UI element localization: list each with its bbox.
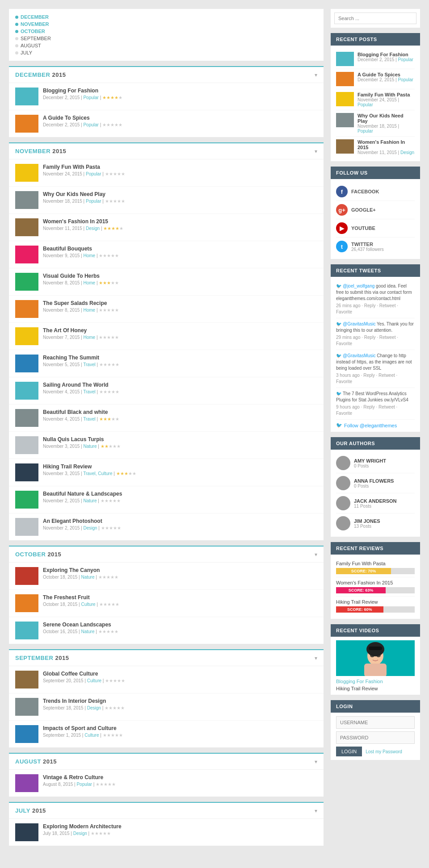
post-item: Blogging For FashionDecember 2, 2015 | P… bbox=[9, 83, 324, 110]
archive-nav-item[interactable]: JULY bbox=[15, 49, 51, 56]
username-field[interactable] bbox=[336, 716, 415, 729]
recent-post-title[interactable]: Why Our Kids Need Play bbox=[358, 113, 415, 124]
tweet-action-retweet[interactable]: Retweet bbox=[379, 335, 396, 340]
month-chevron-icon[interactable]: ▾ bbox=[315, 655, 317, 661]
follow-twitter[interactable]: tTWITTER26,437 followers bbox=[336, 238, 415, 255]
follow-us-title: FOLLOW US bbox=[331, 167, 420, 179]
archive-nav-item[interactable]: SEPTEMBER bbox=[15, 35, 51, 42]
month-header-september[interactable]: SEPTEMBER 2015▾ bbox=[9, 650, 324, 666]
archive-nav-item[interactable]: DECEMBER bbox=[15, 13, 51, 21]
follow-youtube[interactable]: ▶YOUTUBE bbox=[336, 219, 415, 238]
recent-post-title[interactable]: Blogging For Fashion bbox=[358, 52, 413, 57]
post-thumbnail bbox=[15, 164, 38, 182]
post-title[interactable]: Serene Ocean Landscapes bbox=[43, 622, 317, 628]
post-title[interactable]: The Super Salads Recipe bbox=[43, 300, 317, 306]
follow-facebook[interactable]: fFACEBOOK bbox=[336, 183, 415, 201]
recent-post-title[interactable]: Family Fun With Pasta bbox=[358, 92, 415, 97]
post-title[interactable]: An Elegant Photoshoot bbox=[43, 518, 317, 524]
month-header-december[interactable]: DECEMBER 2015▾ bbox=[9, 67, 324, 83]
lost-password-link[interactable]: Lost my Password bbox=[366, 749, 402, 754]
review-title[interactable]: Family Fun With Pasta bbox=[336, 561, 415, 566]
archive-nav-item[interactable]: NOVEMBER bbox=[15, 21, 51, 28]
post-info: Visual Guide To HerbsNovember 8, 2015 | … bbox=[43, 273, 317, 285]
tweet-handle[interactable]: @joel_wolfgang bbox=[343, 284, 374, 288]
follow-googleplus[interactable]: g+GOOGLE+ bbox=[336, 201, 415, 219]
month-chevron-icon[interactable]: ▾ bbox=[315, 808, 317, 814]
post-title[interactable]: Vintage & Retro Culture bbox=[43, 774, 317, 780]
month-chevron-icon[interactable]: ▾ bbox=[315, 551, 317, 558]
post-title[interactable]: Why Our Kids Need Play bbox=[43, 191, 317, 197]
month-title: SEPTEMBER 2015 bbox=[15, 655, 69, 661]
tweet-action-reply[interactable]: Reply bbox=[363, 373, 375, 378]
tweet-handle[interactable]: @GravitasMusic bbox=[343, 353, 376, 358]
post-title[interactable]: The Art Of Honey bbox=[43, 327, 317, 334]
post-info: Beautiful Nature & LandscapesNovember 2,… bbox=[43, 491, 317, 503]
month-header-november[interactable]: NOVEMBER 2015▾ bbox=[9, 143, 324, 159]
author-item[interactable]: AMY WRIGHT0 Posts bbox=[336, 453, 415, 473]
post-title[interactable]: Hiking Trail Review bbox=[43, 463, 317, 470]
review-title[interactable]: Hiking Trail Review bbox=[336, 599, 415, 605]
search-input[interactable] bbox=[334, 13, 416, 24]
post-title[interactable]: Reaching The Summit bbox=[43, 355, 317, 361]
tweet-action-reply[interactable]: Reply bbox=[363, 405, 375, 409]
post-info: Serene Ocean LandscapesOctober 16, 2015 … bbox=[43, 622, 317, 634]
tweet-handle[interactable]: @GravitasMusic bbox=[343, 321, 376, 326]
post-meta: November 11, 2015 | Design | ★★★★★ bbox=[43, 226, 317, 231]
post-meta: November 18, 2015 | Popular | ★★★★★ bbox=[43, 199, 317, 204]
post-title[interactable]: Beautiful Nature & Landscapes bbox=[43, 491, 317, 497]
post-thumbnail bbox=[15, 355, 38, 372]
post-item: Family Fun With PastaNovember 24, 2015 |… bbox=[9, 159, 324, 187]
video-title-2[interactable]: Hiking Trail Review bbox=[336, 686, 415, 691]
follow-platform-label: TWITTER bbox=[351, 242, 384, 247]
post-title[interactable]: Trends In Interior Design bbox=[43, 698, 317, 704]
archive-nav-item[interactable]: AUGUST bbox=[15, 42, 51, 49]
post-title[interactable]: Family Fun With Pasta bbox=[43, 164, 317, 170]
tweet-action-favorite[interactable]: Favorite bbox=[336, 379, 352, 384]
svg-rect-3 bbox=[369, 647, 382, 650]
video-thumb[interactable] bbox=[336, 640, 415, 676]
month-header-october[interactable]: OCTOBER 2015▾ bbox=[9, 547, 324, 563]
recent-post-title[interactable]: A Guide To Spices bbox=[358, 72, 413, 77]
tweet-action-reply[interactable]: Reply bbox=[364, 335, 376, 340]
month-chevron-icon[interactable]: ▾ bbox=[315, 72, 317, 78]
review-title[interactable]: Women's Fashion In 2015 bbox=[336, 580, 415, 585]
post-title[interactable]: Impacts of Sport and Culture bbox=[43, 725, 317, 731]
tweet-action-favorite[interactable]: Favorite bbox=[336, 411, 352, 416]
tweet-action-favorite[interactable]: Favorite bbox=[336, 309, 352, 314]
recent-post-title[interactable]: Women's Fashion In 2015 bbox=[358, 139, 415, 150]
post-title[interactable]: Exploring The Canyon bbox=[43, 567, 317, 573]
author-item[interactable]: JIM JONES13 Posts bbox=[336, 513, 415, 533]
month-chevron-icon[interactable]: ▾ bbox=[315, 759, 317, 765]
tweet-action-retweet[interactable]: Retweet bbox=[379, 303, 396, 308]
tweet-action-reply[interactable]: Reply bbox=[364, 303, 376, 308]
post-title[interactable]: Nulla Quis Lacus Turpis bbox=[43, 436, 317, 442]
month-chevron-icon[interactable]: ▾ bbox=[315, 148, 317, 154]
post-title[interactable]: Exploring Modern Architecture bbox=[43, 823, 317, 830]
tweet-action-retweet[interactable]: Retweet bbox=[379, 405, 395, 409]
post-title[interactable]: Sailing Around The World bbox=[43, 382, 317, 388]
review-bar-background: SCORE: 63% bbox=[336, 587, 415, 593]
post-meta: November 4, 2015 | Travel | ★★★★★ bbox=[43, 417, 317, 421]
login-content: LOGIN Lost my Password bbox=[331, 713, 420, 760]
post-meta: November 24, 2015 | Popular | ★★★★★ bbox=[43, 171, 317, 176]
archive-nav-item[interactable]: OCTOBER bbox=[15, 28, 51, 35]
tweet-action-favorite[interactable]: Favorite bbox=[336, 341, 352, 346]
month-header-july[interactable]: JULY 2015▾ bbox=[9, 803, 324, 819]
post-title[interactable]: Visual Guide To Herbs bbox=[43, 273, 317, 279]
post-title[interactable]: Women's Fashion In 2015 bbox=[43, 218, 317, 225]
post-title[interactable]: Blogging For Fashion bbox=[43, 88, 317, 94]
video-title-1[interactable]: Blogging For Fashion bbox=[336, 679, 415, 684]
post-title[interactable]: Beautiful Bouquets bbox=[43, 246, 317, 252]
month-header-august[interactable]: AUGUST 2015▾ bbox=[9, 754, 324, 770]
password-field[interactable] bbox=[336, 731, 415, 744]
tweet-action-retweet[interactable]: Retweet bbox=[379, 373, 395, 378]
post-title[interactable]: The Freshest Fruit bbox=[43, 594, 317, 601]
post-info: Family Fun With PastaNovember 24, 2015 |… bbox=[43, 164, 317, 176]
post-title[interactable]: A Guide To Spices bbox=[43, 115, 317, 121]
post-title[interactable]: Beautiful Black and white bbox=[43, 409, 317, 415]
login-button[interactable]: LOGIN bbox=[336, 747, 362, 756]
follow-twitter-link[interactable]: 🐦Follow @elegantthemes bbox=[336, 422, 415, 428]
post-title[interactable]: Global Coffee Culture bbox=[43, 671, 317, 677]
author-item[interactable]: ANNA FLOWERS0 Posts bbox=[336, 473, 415, 493]
author-item[interactable]: JACK ANDERSON11 Posts bbox=[336, 493, 415, 513]
